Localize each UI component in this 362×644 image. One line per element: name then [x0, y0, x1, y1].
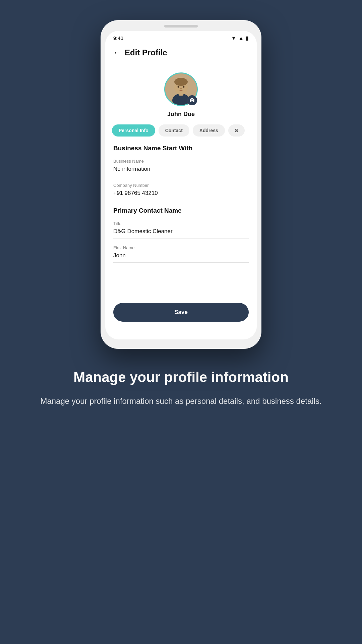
tab-address[interactable]: Address: [193, 124, 225, 137]
wifi-icon: ▼: [231, 35, 236, 41]
section-business-heading: Business Name Start With: [113, 145, 249, 152]
status-bar: 9:41 ▼ ▲ ▮: [105, 31, 257, 44]
back-button[interactable]: ←: [113, 48, 121, 57]
field-business-name-label: Business Name: [113, 159, 249, 164]
phone-shell: 9:41 ▼ ▲ ▮ ← Edit Profile: [101, 20, 261, 349]
tab-personal-info[interactable]: Personal Info: [112, 124, 155, 137]
field-first-name-label: First Name: [113, 245, 249, 250]
field-company-number: Company Number +91 98765 43210: [113, 183, 249, 200]
field-business-name-value[interactable]: No information: [113, 166, 249, 176]
signal-icon: ▲: [238, 35, 244, 41]
form-content: Business Name Start With Business Name N…: [105, 137, 257, 303]
save-button[interactable]: Save: [113, 303, 249, 322]
field-title: Title D&G Domestic Cleaner: [113, 221, 249, 238]
bottom-subtext: Manage your profile information such as …: [40, 395, 321, 407]
field-company-number-value[interactable]: +91 98765 43210: [113, 190, 249, 200]
field-business-name: Business Name No information: [113, 159, 249, 176]
tabs-container: Personal Info Contact Address S: [105, 124, 257, 137]
bottom-heading: Manage your profile information: [40, 369, 321, 386]
field-company-number-label: Company Number: [113, 183, 249, 188]
section-contact: Primary Contact Name Title D&G Domestic …: [113, 207, 249, 263]
save-button-wrapper: Save: [105, 303, 257, 332]
phone-screen: 9:41 ▼ ▲ ▮ ← Edit Profile: [105, 31, 257, 339]
status-time: 9:41: [113, 35, 123, 41]
svg-point-6: [183, 86, 185, 88]
tab-contact[interactable]: Contact: [159, 124, 189, 137]
svg-point-4: [174, 78, 188, 86]
profile-section: John Doe: [105, 63, 257, 124]
section-contact-heading: Primary Contact Name: [113, 207, 249, 214]
phone-notch: [164, 25, 198, 28]
camera-badge[interactable]: [187, 95, 197, 105]
bottom-text-section: Manage your profile information Manage y…: [13, 369, 348, 407]
avatar-wrapper: [164, 72, 198, 106]
status-icons: ▼ ▲ ▮: [231, 35, 249, 41]
field-title-value[interactable]: D&G Domestic Cleaner: [113, 228, 249, 238]
field-first-name-value[interactable]: John: [113, 252, 249, 263]
field-first-name: First Name John: [113, 245, 249, 263]
tab-social[interactable]: S: [228, 124, 245, 137]
header: ← Edit Profile: [105, 44, 257, 63]
camera-icon: [189, 98, 195, 103]
field-title-label: Title: [113, 221, 249, 226]
section-business: Business Name Start With Business Name N…: [113, 145, 249, 200]
page-title: Edit Profile: [125, 48, 167, 57]
svg-point-5: [178, 86, 179, 88]
battery-icon: ▮: [246, 35, 249, 41]
profile-name: John Doe: [167, 111, 195, 118]
